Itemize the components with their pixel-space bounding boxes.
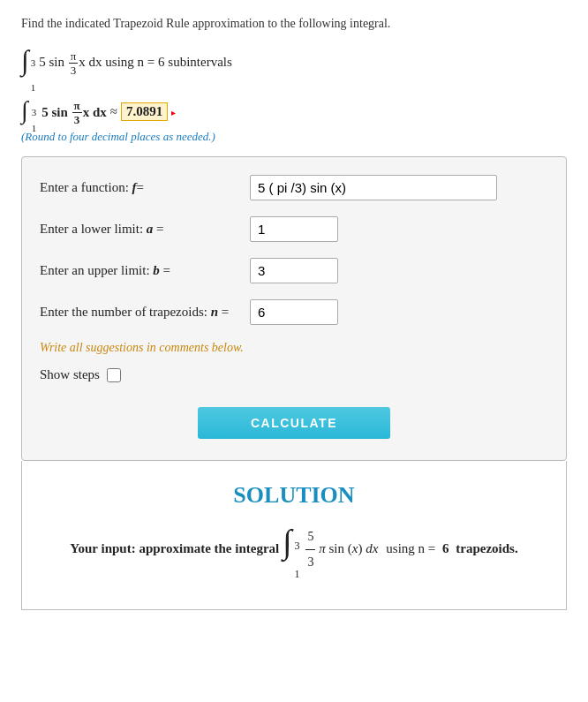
integral-limits: 3 1: [31, 51, 36, 90]
solution-box: SOLUTION Your input: approximate the int…: [21, 461, 567, 610]
cursor-marker: ▸: [171, 108, 176, 117]
round-note: (Round to four decimal places as needed.…: [21, 130, 567, 144]
integral-symbol: ∫: [21, 46, 29, 74]
trapezoids-field-row: Enter the number of trapezoids: n =: [40, 299, 548, 325]
function-field-row: Enter a function: f=: [40, 175, 548, 200]
calculate-button[interactable]: CALCULATE: [198, 407, 390, 439]
problem-statement: Find the indicated Trapezoid Rule approx…: [21, 14, 567, 34]
integral-body: 5 sin π3x dx using n = 6 subintervals: [39, 49, 232, 78]
calculator-box: Enter a function: f= Enter a lower limit…: [21, 156, 567, 461]
suggestions-text: Write all suggestions in comments below.: [40, 341, 548, 355]
solution-body: Your input: approximate the integral ∫ 3…: [43, 525, 545, 588]
show-steps-label: Show steps: [40, 367, 100, 382]
trapezoids-label: Enter the number of trapezoids: n =: [40, 305, 243, 320]
upper-limit-label: Enter an upper limit: b =: [40, 263, 243, 278]
trapezoids-input[interactable]: [250, 299, 338, 325]
your-input-label: Your input: approximate the integral: [70, 541, 279, 555]
answer-line: ∫ 3 1 5 sin π3x dx ≈ 7.0891 ▸: [21, 95, 567, 128]
calculate-btn-row: CALCULATE: [40, 407, 548, 439]
show-steps-row: Show steps: [40, 367, 548, 382]
show-steps-checkbox[interactable]: [107, 368, 121, 382]
upper-limit-field-row: Enter an upper limit: b =: [40, 258, 548, 283]
answer-value: 7.0891: [121, 102, 168, 121]
solution-integral: ∫ 3 1 53 π sin (x) dx using n = 6 trapez…: [283, 525, 518, 588]
lower-limit-field-row: Enter a lower limit: a =: [40, 216, 548, 242]
lower-limit-label: Enter a lower limit: a =: [40, 222, 243, 237]
upper-limit-input[interactable]: [250, 258, 338, 283]
lower-limit-input[interactable]: [250, 216, 338, 242]
function-label: Enter a function: f=: [40, 180, 243, 195]
solution-title: SOLUTION: [43, 482, 545, 509]
function-input[interactable]: [250, 175, 497, 200]
problem-integral: ∫ 3 1 5 sin π3x dx using n = 6 subinterv…: [21, 42, 567, 92]
